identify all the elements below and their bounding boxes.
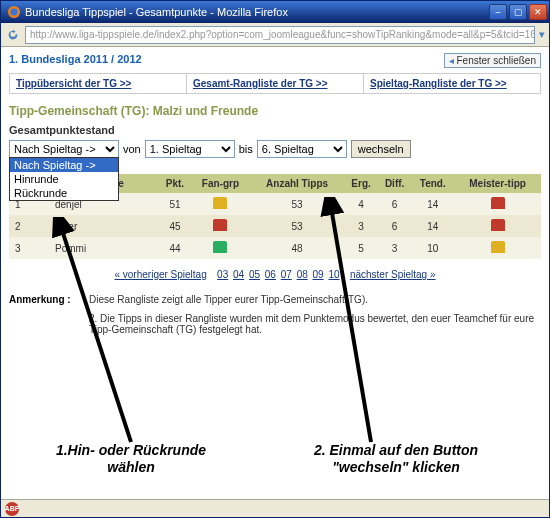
matchday-link[interactable]: 06 [265,269,276,280]
from-matchday-select[interactable]: 1. Spieltag [145,140,235,158]
table-row: 2 roller 45 53 3 6 14 [9,215,541,237]
pager: « vorheriger Spieltag 03 04 05 06 07 08 … [9,269,541,280]
round-select[interactable]: Nach Spieltag -> [9,140,119,158]
tab-matchday-ranking[interactable]: Spieltag-Rangliste der TG >> [364,74,540,93]
matchday-link[interactable]: 04 [233,269,244,280]
matchday-link[interactable]: 09 [313,269,324,280]
th-fangrp: Fan-grp [191,174,250,193]
window-title: Bundesliga Tippspiel - Gesamtpunkte - Mo… [25,6,489,18]
matchday-link[interactable]: 03 [217,269,228,280]
close-button[interactable]: ✕ [529,4,547,20]
url-field[interactable]: http://www.liga-tippspiele.de/index2.php… [25,26,535,44]
jersey-icon [213,219,227,231]
annotation-right: 2. Einmal auf den Button "wechseln" klic… [281,442,511,476]
label-bis: bis [239,143,253,155]
jersey-icon [213,197,227,209]
matchday-link[interactable]: 10 [328,269,339,280]
note-text-2: 2. Die Tipps in dieser Rangliste wurden … [89,313,541,335]
th-diff: Diff. [378,174,412,193]
adblock-icon[interactable]: ABP [5,502,19,516]
subtitle: Gesamtpunktestand [9,124,541,136]
matchday-link[interactable]: 05 [249,269,260,280]
th-meister: Meister-tipp [454,174,541,193]
wechseln-button[interactable] [351,140,411,158]
tab-bar: Tippübersicht der TG >> Gesamt-Rangliste… [9,73,541,94]
dropdown-icon[interactable]: ▾ [539,28,545,41]
option-rueckrunde[interactable]: Rückrunde [10,186,118,200]
close-window-link[interactable]: Fenster schließen [444,53,541,68]
table-row: 3 Pommi 44 48 5 3 10 [9,237,541,259]
tg-title: Tipp-Gemeinschaft (TG): Malzi und Freund… [9,104,541,118]
titlebar: Bundesliga Tippspiel - Gesamtpunkte - Mo… [1,1,549,23]
note-block: Anmerkung : Diese Rangliste zeigt alle T… [9,294,541,305]
jersey-icon [213,241,227,253]
note-text-1: Diese Rangliste zeigt alle Tipper eurer … [89,294,541,305]
to-matchday-select[interactable]: 6. Spieltag [257,140,347,158]
matchday-link[interactable]: 07 [281,269,292,280]
address-bar: http://www.liga-tippspiele.de/index2.php… [1,23,549,47]
option-by-matchday[interactable]: Nach Spieltag -> [10,158,118,172]
svg-point-1 [11,9,18,16]
option-hinrunde[interactable]: Hinrunde [10,172,118,186]
jersey-icon [491,219,505,231]
th-pkt: Pkt. [159,174,191,193]
minimize-button[interactable]: – [489,4,507,20]
next-matchday-link[interactable]: nächster Spieltag » [350,269,436,280]
status-bar: ABP [1,499,549,517]
th-tend: Tend. [411,174,454,193]
th-erg: Erg. [344,174,378,193]
reload-icon[interactable] [5,27,21,43]
label-von: von [123,143,141,155]
round-select-options[interactable]: Nach Spieltag -> Hinrunde Rückrunde [9,157,119,201]
firefox-icon [7,5,21,19]
prev-matchday-link[interactable]: « vorheriger Spieltag [114,269,206,280]
th-tipps: Anzahl Tipps [250,174,344,193]
annotation-left: 1.Hin- oder Rückrunde wählen [31,442,231,476]
tab-overview[interactable]: Tippübersicht der TG >> [10,74,187,93]
filter-controls: Nach Spieltag -> Nach Spieltag -> Hinrun… [9,140,541,158]
tab-total-ranking[interactable]: Gesamt-Rangliste der TG >> [187,74,364,93]
maximize-button[interactable]: ▢ [509,4,527,20]
matchday-link[interactable]: 08 [297,269,308,280]
note-label: Anmerkung : [9,294,89,305]
jersey-icon [491,197,505,209]
jersey-icon [491,241,505,253]
